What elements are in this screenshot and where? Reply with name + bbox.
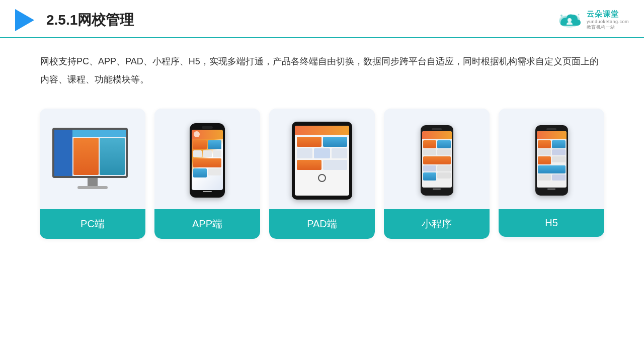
phone-item6-app [193, 158, 221, 167]
mini-phone-item6-h5 [552, 156, 566, 162]
mini-phone-row1-h5 [538, 140, 566, 148]
tablet-block3 [297, 148, 312, 158]
phone-header-app [192, 130, 223, 139]
tablet-block2 [323, 137, 348, 147]
monitor-main [72, 137, 126, 176]
logo-domain: yunduoketang.com [587, 19, 629, 24]
tablet-block7 [323, 160, 348, 170]
mini-phone-header-miniapp [422, 131, 452, 139]
card-app: APP端 [154, 109, 260, 239]
card-h5-image [499, 109, 604, 209]
monitor-stand [88, 178, 98, 186]
description-text: 网校支持PC、APP、PAD、小程序、H5，实现多端打通，产品各终端自由切换，数… [40, 56, 599, 84]
card-app-image [154, 109, 260, 209]
phone-bar-app [203, 191, 212, 192]
mini-phone-notch-h5 [546, 128, 556, 130]
tablet-mockup [292, 122, 352, 200]
tablet-row3 [297, 160, 347, 170]
card-pad-label: PAD端 [269, 209, 375, 239]
mini-phone-mockup-h5 [535, 125, 568, 196]
mini-phone-item8-miniapp [423, 172, 437, 180]
phone-item4-app [203, 150, 211, 157]
phone-row1-app [193, 140, 221, 149]
card-pad: PAD端 [269, 109, 375, 239]
logo: 云朵课堂 yunduoketang.com 教育机构一站 [556, 10, 629, 31]
tablet-row1 [297, 137, 347, 147]
tablet-block5 [332, 148, 347, 158]
mini-phone-item3-h5 [538, 149, 551, 155]
mini-phone-item4-h5 [552, 149, 566, 155]
card-pc-label: PC端 [40, 209, 145, 239]
monitor-screen [52, 128, 128, 178]
phone-item3-app [193, 150, 202, 157]
phone-item7-app [193, 168, 207, 177]
tablet-content [295, 135, 349, 172]
tablet-topbar [295, 126, 349, 135]
mini-phone-row5-miniapp [423, 172, 451, 180]
mini-phone-row1-miniapp [423, 140, 451, 148]
phone-row2-app [193, 150, 221, 157]
phone-body-app [192, 139, 223, 179]
phone-screen-app [192, 130, 223, 190]
tablet-row2 [297, 148, 347, 158]
header: 2.5.1网校管理 云朵课堂 yunduoketang.com 教育机构一站 [0, 0, 644, 38]
logo-sub1: 教育机构一站 [587, 24, 629, 31]
mini-phone-row5-h5 [538, 174, 566, 180]
svg-point-3 [568, 18, 572, 22]
phone-item5-app [213, 150, 221, 157]
logo-text: 云朵课堂 yunduoketang.com 教育机构一站 [587, 10, 629, 31]
mini-phone-bar-h5 [547, 189, 555, 190]
phone-row3-app [193, 158, 221, 167]
tablet-home-button [318, 174, 326, 182]
mini-phone-item8-h5 [538, 174, 551, 180]
monitor-sidebar [54, 130, 72, 176]
card-miniapp: 小程序 [384, 109, 490, 239]
mini-phone-screen-h5 [537, 131, 567, 188]
description: 网校支持PC、APP、PAD、小程序、H5，实现多端打通，产品各终端自由切换，数… [0, 38, 644, 94]
mini-phone-bar-miniapp [433, 189, 441, 190]
phone-item8-app [208, 168, 221, 175]
phone-item2-app [208, 140, 221, 149]
tablet-block6 [297, 160, 321, 170]
mini-phone-body-h5 [537, 139, 567, 182]
card-pc: PC端 [40, 109, 145, 239]
mini-phone-item5-miniapp [423, 156, 451, 164]
monitor-card2 [100, 138, 125, 175]
card-h5: H5 [499, 109, 604, 239]
mini-phone-screen-miniapp [422, 131, 452, 188]
card-h5-label: H5 [499, 209, 604, 237]
phone-item1-app [193, 140, 207, 149]
tablet-block4 [314, 148, 330, 158]
tablet-block1 [297, 137, 321, 147]
mini-phone-body-miniapp [422, 139, 452, 182]
phone-notch-app [202, 126, 213, 129]
play-icon [15, 9, 34, 31]
mini-phone-mockup-miniapp [421, 125, 453, 196]
page-title: 2.5.1网校管理 [46, 11, 134, 30]
mini-phone-item4-miniapp [437, 149, 451, 155]
card-miniapp-image [384, 109, 490, 209]
phone-row4-app [193, 168, 221, 177]
svg-point-5 [578, 14, 579, 16]
card-pad-image [269, 109, 375, 209]
card-app-label: APP端 [154, 209, 260, 239]
monitor-base [77, 186, 108, 189]
mini-phone-item9-miniapp [437, 172, 451, 178]
logo-cloud-icon [556, 11, 583, 30]
header-left: 2.5.1网校管理 [15, 9, 134, 31]
mini-phone-item1-h5 [538, 140, 551, 148]
tablet-screen [295, 126, 349, 196]
mini-phone-row4-h5 [538, 165, 566, 173]
monitor-card1 [73, 138, 99, 175]
mini-phone-row3-miniapp [423, 156, 451, 164]
mini-phone-header-h5 [537, 131, 567, 139]
monitor-mockup [52, 128, 133, 193]
card-pc-image [40, 109, 145, 209]
svg-point-4 [560, 15, 562, 17]
mini-phone-item6-miniapp [423, 165, 437, 171]
mini-phone-item7-h5 [538, 165, 566, 173]
mini-phone-notch-miniapp [432, 128, 442, 130]
mini-phone-item5-h5 [538, 156, 551, 164]
mini-phone-item2-miniapp [437, 140, 451, 148]
mini-phone-row3-h5 [538, 156, 566, 164]
